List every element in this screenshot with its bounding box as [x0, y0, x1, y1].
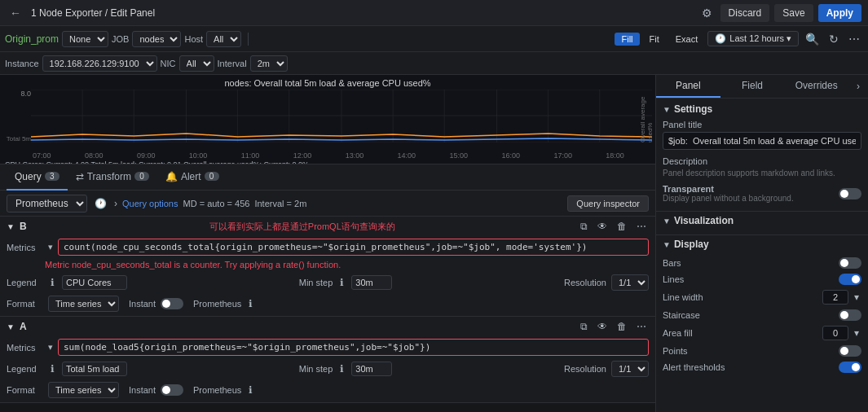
min-step-b-label: Min step — [299, 278, 333, 287]
line-width-control: ▾ — [822, 290, 861, 305]
viz-chevron: ▼ — [663, 217, 671, 226]
format-b-label: Format — [7, 299, 43, 309]
legend-a-input[interactable] — [62, 362, 127, 376]
more-icon[interactable]: ⋯ — [845, 29, 863, 49]
line-width-dropdown[interactable]: ▾ — [852, 291, 861, 304]
metrics-a-dropdown[interactable]: ▾ — [48, 342, 53, 353]
refresh-icon[interactable]: ↻ — [826, 29, 842, 49]
min-step-a-info: ℹ — [337, 362, 346, 375]
none-select[interactable]: None — [62, 31, 108, 47]
transform-tab[interactable]: ⇄ Transform 0 — [68, 164, 157, 191]
format-a-select[interactable]: Time series — [48, 382, 119, 398]
viz-header[interactable]: ▼ Visualization — [663, 215, 861, 226]
staircase-toggle[interactable] — [839, 309, 861, 321]
query-b-format-row: Format Time series Instant Prometheus ℹ — [0, 293, 655, 316]
alert-thresholds-toggle[interactable] — [839, 362, 861, 373]
metrics-b-input[interactable] — [58, 239, 649, 256]
right-panel-arrow[interactable]: › — [848, 75, 868, 98]
x-17: 17:00 — [553, 151, 572, 160]
settings-header[interactable]: ▼ Settings — [663, 103, 861, 115]
nic-select[interactable]: All — [179, 55, 214, 72]
query-tabs: Query 3 ⇄ Transform 0 🔔 Alert 0 — [0, 164, 655, 191]
display-header[interactable]: ▼ Display — [663, 239, 861, 250]
more-b-icon[interactable]: ⋯ — [634, 220, 649, 233]
query-tab-label: Query — [15, 171, 42, 182]
right-tabs: Panel Field Overrides › — [656, 75, 868, 99]
line-width-row: Line width ▾ — [663, 287, 861, 307]
legend-b-info-icon: ℹ — [48, 276, 57, 289]
apply-button[interactable]: Apply — [818, 4, 861, 22]
nodes-select[interactable]: nodes — [132, 31, 181, 47]
query-b-legend-row: Legend ℹ Min step ℹ Resolution 1/1 — [0, 272, 655, 293]
resolution-b-label: Resolution — [564, 278, 606, 287]
query-options-link[interactable]: Query options — [122, 199, 178, 208]
fill-button[interactable]: Fill — [615, 33, 639, 46]
discard-button[interactable]: Discard — [720, 4, 770, 22]
instance-select[interactable]: 192.168.226.129:9100 — [42, 55, 157, 72]
legend-a-label: Legend — [7, 364, 43, 374]
points-toggle[interactable] — [839, 345, 861, 357]
x-18: 18:00 — [606, 151, 624, 160]
viz-section: ▼ Visualization — [656, 211, 868, 234]
instant-b-toggle[interactable] — [161, 298, 183, 309]
exact-button[interactable]: Exact — [669, 33, 705, 46]
resolution-a-select[interactable]: 1/1 — [611, 361, 649, 377]
copy-a-icon[interactable]: ⧉ — [578, 320, 590, 333]
panel-tab[interactable]: Panel — [656, 75, 720, 98]
trash-a-icon[interactable]: 🗑 — [615, 320, 629, 333]
metrics-a-input[interactable] — [58, 339, 649, 356]
transparent-toggle[interactable] — [839, 188, 861, 199]
min-step-a-input[interactable] — [351, 362, 392, 376]
query-tab[interactable]: Query 3 — [7, 164, 68, 191]
query-b-collapse[interactable]: ▼ — [7, 222, 15, 231]
query-a-legend-row: Legend ℹ Min step ℹ Resolution 1/1 — [0, 358, 655, 379]
line-width-input[interactable] — [822, 290, 848, 305]
datasource-row: Prometheus 🕐 › Query options MD = auto =… — [0, 191, 655, 217]
line-width-label: Line width — [663, 292, 703, 302]
header: ← 1 Node Exporter / Edit Panel ⚙ Discard… — [0, 0, 868, 26]
toolbar: Origin_prom None JOB nodes Host All Fill… — [0, 26, 868, 52]
metrics-b-dropdown[interactable]: ▾ — [48, 242, 53, 252]
legend-b-input[interactable] — [62, 275, 127, 290]
query-b-letter: B — [20, 221, 27, 232]
query-a-section: ▼ A ⧉ 👁 🗑 ⋯ Metrics ▾ Legend ℹ — [0, 317, 655, 403]
more-a-icon[interactable]: ⋯ — [634, 320, 649, 333]
display-label: Display — [674, 239, 709, 250]
eye-icon[interactable]: 👁 — [595, 220, 610, 233]
clock-icon: 🕐 — [715, 33, 726, 44]
legend-b-label: Legend — [7, 278, 43, 287]
area-fill-input[interactable] — [822, 326, 848, 340]
fit-button[interactable]: Fit — [643, 33, 666, 46]
save-button[interactable]: Save — [774, 4, 813, 22]
resolution-b-select[interactable]: 1/1 — [611, 274, 649, 291]
lines-toggle[interactable] — [839, 274, 861, 285]
settings-icon[interactable]: ⚙ — [698, 3, 716, 23]
host-select[interactable]: All — [206, 31, 241, 47]
panel-title-input[interactable] — [663, 132, 861, 150]
time-range-button[interactable]: 🕐 Last 12 hours ▾ — [707, 31, 799, 46]
min-step-b-input[interactable] — [351, 275, 392, 290]
copy-icon[interactable]: ⧉ — [578, 220, 590, 233]
back-button[interactable]: ← — [7, 3, 24, 23]
format-b-select[interactable]: Time series — [48, 296, 119, 312]
header-actions: ⚙ Discard Save Apply — [698, 3, 861, 23]
bars-row: Bars — [663, 255, 861, 271]
query-b-section: ▼ B 可以看到实际上都是通过PromQL语句查询来的 ⧉ 👁 🗑 ⋯ Metr… — [0, 217, 655, 317]
origin-prom-label[interactable]: Origin_prom — [5, 33, 59, 45]
overrides-tab[interactable]: Overrides — [784, 75, 848, 98]
host-label: Host — [184, 34, 203, 44]
query-inspector-button[interactable]: Query inspector — [567, 195, 649, 212]
interval-select[interactable]: 2m — [250, 55, 288, 72]
instant-a-toggle[interactable] — [161, 384, 183, 396]
field-tab[interactable]: Field — [720, 75, 785, 98]
eye-a-icon[interactable]: 👁 — [595, 320, 610, 333]
bars-toggle[interactable] — [839, 257, 861, 269]
trash-icon[interactable]: 🗑 — [615, 220, 629, 233]
zoom-icon[interactable]: 🔍 — [802, 29, 822, 49]
datasource-select[interactable]: Prometheus — [7, 195, 87, 213]
alert-tab[interactable]: 🔔 Alert 0 — [157, 164, 227, 191]
area-fill-dropdown[interactable]: ▾ — [852, 327, 861, 340]
ds-clock-icon[interactable]: 🕐 — [92, 197, 109, 210]
query-a-collapse[interactable]: ▼ — [7, 322, 15, 331]
transform-icon: ⇄ — [76, 171, 84, 182]
